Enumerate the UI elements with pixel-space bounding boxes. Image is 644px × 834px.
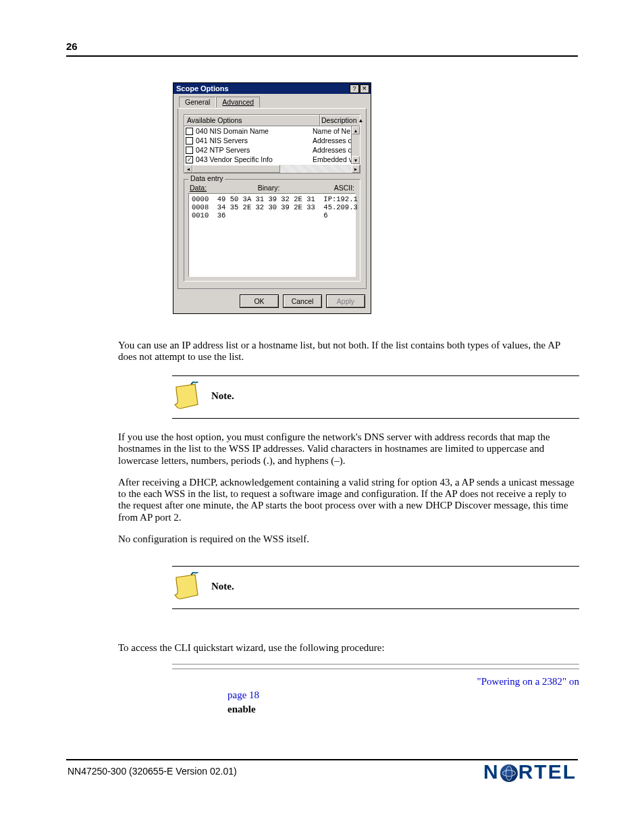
help-icon[interactable]: ? <box>350 84 359 93</box>
body-paragraph: If you use the host option, you must con… <box>118 432 579 467</box>
binary-column-label: Binary: <box>217 184 321 192</box>
list-item[interactable]: 042 NTP Servers Addresses o <box>184 145 351 155</box>
globe-icon <box>500 764 518 782</box>
scroll-left-icon[interactable]: ◄ <box>184 165 192 173</box>
procedure-step: 2 "Powering on a 2382" on <box>172 676 579 687</box>
note-icon <box>171 382 202 411</box>
horizontal-scrollbar[interactable]: ◄ ► <box>184 165 360 174</box>
note-text: Note. <box>211 581 234 592</box>
checkbox[interactable] <box>186 147 193 154</box>
col-header-description-label: Description <box>321 116 357 124</box>
col-header-description[interactable]: Description ▲ <box>320 115 360 126</box>
note-block: Note. <box>172 566 579 609</box>
ascii-column-label: ASCII: <box>321 184 354 192</box>
option-label: 041 NIS Servers <box>196 136 248 145</box>
checkbox[interactable] <box>186 137 193 145</box>
scope-options-dialog: Scope Options ? ✕ GeneralAdvanced Availa… <box>173 82 371 314</box>
option-desc: Embedded v <box>311 155 351 164</box>
vertical-scrollbar[interactable]: ▲ ▼ <box>351 126 360 164</box>
svg-point-1 <box>193 572 198 573</box>
procedure-step: 2 page 18 <box>172 689 579 701</box>
note-block: Note. <box>172 375 579 419</box>
procedure-step: 3 enable <box>172 704 579 715</box>
note-text: Note. <box>211 390 234 402</box>
option-label: 043 Vendor Specific Info <box>196 155 273 163</box>
ok-button[interactable]: OK <box>240 294 279 308</box>
cancel-button[interactable]: Cancel <box>283 294 322 308</box>
footer-doc-id: NN47250-300 (320655-E Version 02.01) <box>68 766 237 777</box>
scroll-track[interactable] <box>280 165 352 173</box>
col-header-available[interactable]: Available Options <box>184 115 320 126</box>
option-desc: Addresses o <box>311 136 351 145</box>
dialog-title: Scope Options <box>176 84 349 93</box>
header-rule <box>66 55 578 57</box>
nortel-logo: N RTEL <box>483 760 576 783</box>
hex-editor[interactable]: 0000 49 50 3A 31 39 32 2E 31 IP:192.1 00… <box>188 193 356 277</box>
dialog-title-bar: Scope Options ? ✕ <box>173 83 371 94</box>
step-divider <box>172 664 579 664</box>
data-entry-group: Data entry Data: Binary: ASCII: 0000 49 … <box>184 179 360 282</box>
list-item[interactable]: 040 NIS Domain Name Name of Ne <box>184 126 351 136</box>
sort-asc-icon: ▲ <box>358 118 364 124</box>
page-number: 26 <box>66 41 78 52</box>
body-paragraph: No configuration is required on the WSS … <box>118 533 579 545</box>
list-item[interactable]: 041 NIS Servers Addresses o <box>184 136 351 145</box>
tab-panel-general: Available Options Description ▲ 040 NIS … <box>178 108 367 289</box>
scroll-thumb[interactable] <box>192 165 280 173</box>
close-icon[interactable]: ✕ <box>360 84 369 93</box>
logo-text: RTEL <box>518 760 576 783</box>
cross-reference-link[interactable]: page 18 <box>227 689 259 700</box>
step-divider <box>172 669 579 669</box>
option-label: 040 NIS Domain Name <box>196 127 269 135</box>
option-label: 042 NTP Servers <box>196 146 250 154</box>
data-column-label: Data: <box>190 184 217 192</box>
body-paragraph: You can use an IP address list or a host… <box>118 340 579 363</box>
command-text: enable <box>227 704 256 714</box>
scroll-thumb[interactable] <box>352 134 360 141</box>
checkbox[interactable]: ✓ <box>186 156 193 163</box>
body-paragraph: After receiving a DHCP, acknowledgement … <box>118 477 579 523</box>
logo-text: N <box>483 760 500 783</box>
body-paragraph: To access the CLI quickstart wizard, use… <box>118 642 579 654</box>
options-listbox[interactable]: Available Options Description ▲ 040 NIS … <box>184 114 360 165</box>
tab-advanced[interactable]: Advanced <box>216 97 260 107</box>
group-label: Data entry <box>188 174 225 182</box>
list-item[interactable]: ✓043 Vendor Specific Info Embedded v <box>184 155 351 164</box>
note-icon <box>171 572 202 602</box>
cross-reference-link[interactable]: "Powering on a 2382" on <box>477 676 579 687</box>
option-desc: Name of Ne <box>311 126 351 136</box>
checkbox[interactable] <box>186 128 193 135</box>
scroll-right-icon[interactable]: ► <box>352 165 360 173</box>
svg-point-0 <box>193 382 198 383</box>
scroll-down-icon[interactable]: ▼ <box>352 156 360 164</box>
apply-button[interactable]: Apply <box>326 294 365 308</box>
scroll-up-icon[interactable]: ▲ <box>352 126 360 134</box>
option-desc: Addresses o <box>311 145 351 155</box>
tab-general[interactable]: General <box>179 97 216 107</box>
